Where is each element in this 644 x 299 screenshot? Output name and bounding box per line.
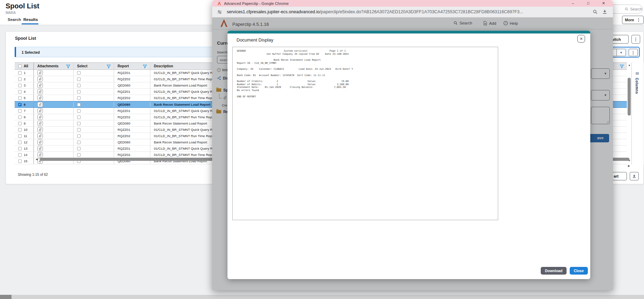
attachment-button[interactable] (37, 108, 43, 113)
maximize-button[interactable]: ◻ (583, 1, 593, 6)
row-checkbox[interactable] (18, 109, 22, 113)
document-viewer[interactable]: QED080 System services1 Page 1 of 1 Jon … (232, 47, 498, 220)
attachment-button[interactable] (37, 133, 43, 139)
select-checkbox[interactable] (77, 134, 81, 138)
select-checkbox[interactable] (77, 128, 81, 132)
attachment-button[interactable] (37, 70, 43, 75)
paperclip-icon (38, 115, 42, 119)
attachment-button[interactable] (37, 102, 43, 107)
attachment-button[interactable] (37, 146, 43, 151)
chrome-titlebar[interactable]: Advanced Paperclip - Google Chrome – ◻ ✕ (212, 0, 613, 7)
header-attachments[interactable]: Attachments (34, 63, 74, 69)
attachment-button[interactable] (37, 114, 43, 120)
attachment-button[interactable] (37, 76, 43, 82)
row-checkbox[interactable] (18, 77, 22, 81)
row-checkbox[interactable] (18, 141, 22, 144)
select-checkbox[interactable] (77, 84, 81, 87)
row-checkbox[interactable] (18, 96, 22, 100)
filter-icon[interactable] (143, 64, 147, 69)
filter-icon[interactable] (106, 64, 111, 69)
paperclip-icon (38, 77, 42, 81)
select-checkbox[interactable] (77, 77, 81, 81)
more-button[interactable]: More ⋮ (622, 16, 644, 24)
row-number: 7 (24, 109, 25, 113)
select-checkbox[interactable] (77, 71, 81, 75)
header-all[interactable]: All (15, 63, 34, 69)
filter-icon[interactable] (620, 64, 624, 69)
export-button[interactable] (630, 172, 639, 180)
download-icon (632, 174, 636, 178)
row-report: QED080 (114, 82, 150, 88)
attachment-button[interactable] (37, 121, 43, 126)
download-icon[interactable] (602, 9, 607, 14)
select-all-checkbox[interactable] (18, 65, 22, 68)
scroll-right-icon[interactable]: ▶ (628, 165, 630, 167)
row-report: QED080 (114, 102, 150, 107)
select-checkbox[interactable] (77, 115, 81, 119)
page-scrollbar[interactable] (0, 295, 644, 299)
chevron-down-icon: ▼ (616, 49, 626, 56)
paperclip-icon (38, 153, 42, 157)
attachment-button[interactable] (37, 89, 43, 94)
row-checkbox[interactable] (18, 128, 22, 132)
row-checkbox[interactable] (18, 115, 22, 119)
attachment-button[interactable] (37, 140, 43, 145)
paperclip-icon (38, 96, 42, 100)
select-checkbox[interactable] (77, 147, 81, 150)
page-scroll-thumb[interactable] (0, 295, 12, 299)
site-settings-icon[interactable] (217, 9, 222, 15)
row-checkbox[interactable] (18, 153, 22, 157)
row-checkbox[interactable] (18, 84, 22, 87)
scroll-left-icon[interactable]: ◀ (36, 158, 38, 161)
document-text: QED080 System services1 Page 1 of 1 Jon … (237, 50, 353, 98)
close-window-button[interactable]: ✕ (598, 1, 609, 6)
modal-close-button[interactable]: ✕ (577, 35, 585, 43)
chrome-urlbar[interactable]: services1.cfpresales.jupiter-ecs.oneadva… (212, 7, 613, 17)
select-checkbox[interactable] (77, 90, 81, 94)
row-checkbox[interactable] (18, 71, 22, 75)
select-checkbox[interactable] (77, 122, 81, 125)
zoom-icon[interactable] (593, 9, 598, 14)
row-checkbox[interactable] (18, 122, 22, 125)
row-checkbox[interactable] (18, 147, 22, 150)
row-report: RQZZ01 (114, 108, 150, 114)
columns-panel[interactable]: ☰ Columns (631, 62, 644, 164)
row-report: RQZZ02 (114, 76, 150, 82)
vertical-scroll-thumb[interactable] (628, 78, 631, 115)
chrome-window: Advanced Paperclip - Google Chrome – ◻ ✕… (212, 0, 613, 290)
url-text[interactable]: services1.cfpresales.jupiter-ecs.oneadva… (227, 9, 523, 14)
attachment-button[interactable] (37, 83, 43, 88)
url-path: /paperclip/e5index.do?AB126A3072AED120A3… (320, 9, 523, 14)
attachment-button[interactable] (37, 152, 43, 157)
header-report[interactable]: Report (114, 63, 150, 69)
paperclip-icon (38, 134, 42, 138)
pagination-status: Showing 1-15 of 62 (18, 173, 48, 177)
attachment-button[interactable] (37, 127, 43, 132)
close-button[interactable]: Close (570, 267, 588, 275)
minimize-button[interactable]: – (568, 1, 578, 6)
header-select[interactable]: Select (74, 63, 114, 69)
filter-menu-button[interactable]: ⋮ (629, 49, 638, 56)
selection-banner-text: 1 Selected (22, 50, 40, 54)
tab-search[interactable]: Search (8, 17, 21, 22)
row-report: RQZZ02 (114, 114, 150, 120)
attachment-button[interactable] (37, 95, 43, 100)
filter-icon[interactable] (66, 64, 70, 69)
select-checkbox[interactable] (77, 109, 81, 113)
row-checkbox[interactable] (18, 134, 22, 138)
row-number: 3 (24, 83, 25, 87)
scroll-down-icon[interactable]: ▼ (628, 159, 631, 162)
tab-results[interactable]: Results (23, 17, 38, 22)
select-checkbox[interactable] (77, 103, 81, 106)
select-checkbox[interactable] (77, 153, 81, 157)
modal-accent-bar (227, 31, 590, 33)
select-checkbox[interactable] (77, 141, 81, 144)
row-checkbox[interactable] (18, 103, 22, 106)
row-checkbox[interactable] (18, 90, 22, 94)
download-button[interactable]: Download (541, 267, 567, 275)
select-checkbox[interactable] (77, 96, 81, 100)
scroll-up-icon[interactable]: ▲ (628, 64, 631, 67)
switch-menu-button[interactable]: ⋮ (631, 35, 640, 44)
paperclip-icon (38, 109, 42, 113)
row-number: 8 (24, 115, 25, 119)
